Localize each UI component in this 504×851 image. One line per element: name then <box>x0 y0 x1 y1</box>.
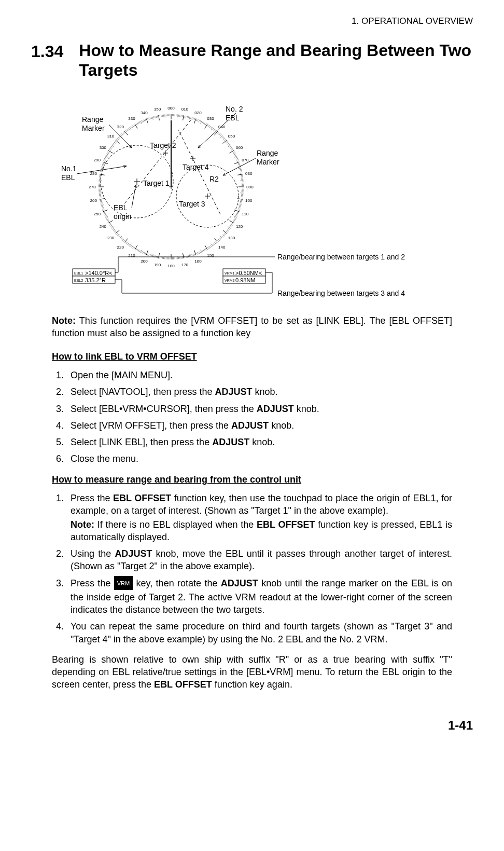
svg-line-142 <box>215 242 216 244</box>
svg-line-312 <box>117 138 119 140</box>
step-item: Press the EBL OFFSET function key, then … <box>66 492 452 543</box>
svg-line-318 <box>122 133 124 134</box>
svg-line-293 <box>104 158 106 159</box>
svg-line-113 <box>236 214 238 215</box>
step-item: Select [LINK EBL], then press the ADJUST… <box>66 436 452 448</box>
svg-text:120: 120 <box>236 224 243 229</box>
svg-line-115 <box>234 216 236 217</box>
svg-line-326 <box>131 127 132 128</box>
svg-text:330: 330 <box>128 116 135 121</box>
svg-line-342 <box>149 118 149 120</box>
svg-text:Target 2: Target 2 <box>150 141 176 149</box>
svg-line-292 <box>104 159 106 160</box>
svg-text:>140.0°R<: >140.0°R< <box>85 269 113 276</box>
svg-text:EBL1: EBL1 <box>74 271 83 275</box>
svg-line-232 <box>114 230 116 231</box>
closing-post: function key again. <box>212 679 292 690</box>
svg-line-291 <box>103 161 105 161</box>
svg-line-150 <box>205 245 207 250</box>
svg-line-129 <box>226 231 228 232</box>
svg-line-146 <box>211 245 212 246</box>
svg-line-64 <box>234 155 236 156</box>
svg-line-134 <box>222 236 223 237</box>
svg-text:070: 070 <box>242 158 249 162</box>
svg-line-193 <box>155 255 156 257</box>
svg-text:220: 220 <box>117 245 124 250</box>
svg-text:Range: Range <box>82 115 103 123</box>
svg-line-203 <box>143 252 144 254</box>
svg-line-14 <box>188 116 189 118</box>
svg-line-30 <box>205 123 207 128</box>
svg-line-24 <box>200 120 201 122</box>
svg-line-221 <box>123 240 125 241</box>
svg-line-60 <box>230 150 234 153</box>
svg-line-105 <box>238 204 241 205</box>
svg-text:EBL: EBL <box>61 173 75 182</box>
svg-line-228 <box>117 234 119 236</box>
svg-line-323 <box>128 129 129 130</box>
svg-text:EBL2: EBL2 <box>74 279 83 282</box>
svg-line-224 <box>121 238 122 239</box>
svg-text:060: 060 <box>236 145 243 150</box>
svg-line-305 <box>111 145 114 146</box>
svg-line-245 <box>105 216 108 217</box>
svg-line-239 <box>109 223 110 224</box>
svg-line-148 <box>208 246 209 248</box>
svg-text:No.1: No.1 <box>61 164 77 173</box>
svg-line-201 <box>145 253 146 255</box>
svg-line-302 <box>109 148 111 149</box>
svg-line-309 <box>115 141 116 143</box>
svg-line-50 <box>223 140 227 143</box>
svg-line-71 <box>238 163 240 163</box>
svg-text:VRM1: VRM1 <box>225 271 235 275</box>
svg-text:0.98NM: 0.98NM <box>235 277 256 283</box>
svg-line-62 <box>233 153 235 154</box>
svg-line-153 <box>203 250 204 252</box>
svg-line-161 <box>194 253 194 255</box>
svg-line-249 <box>103 212 105 212</box>
svg-line-128 <box>227 230 228 231</box>
svg-line-42 <box>218 133 220 134</box>
svg-line-165 <box>189 254 190 257</box>
svg-line-136 <box>220 238 221 239</box>
svg-line-49 <box>225 139 226 141</box>
svg-line-23 <box>199 120 200 122</box>
subhead-measure: How to measure range and bearing from th… <box>52 473 473 486</box>
svg-text:335.2°R: 335.2°R <box>85 277 106 283</box>
svg-line-265 <box>99 193 102 193</box>
svg-text:160: 160 <box>194 259 202 264</box>
svg-line-126 <box>228 228 230 229</box>
svg-text:300: 300 <box>100 145 107 150</box>
svg-text:>0.50NM<: >0.50NM< <box>235 269 262 276</box>
svg-line-119 <box>233 221 234 222</box>
svg-line-254 <box>101 206 103 207</box>
svg-line-151 <box>205 249 206 250</box>
svg-line-438 <box>132 185 136 208</box>
svg-line-185 <box>165 256 165 259</box>
svg-line-225 <box>120 236 122 238</box>
svg-line-21 <box>197 119 197 121</box>
svg-line-347 <box>155 116 156 118</box>
svg-line-317 <box>122 133 123 135</box>
svg-line-251 <box>103 210 105 210</box>
svg-line-303 <box>110 147 112 148</box>
svg-text:Target 4: Target 4 <box>183 163 209 171</box>
svg-text:230: 230 <box>107 235 115 240</box>
svg-line-213 <box>132 246 133 248</box>
svg-line-241 <box>108 221 109 222</box>
svg-line-327 <box>132 126 133 127</box>
svg-line-348 <box>156 116 157 118</box>
svg-line-214 <box>131 245 132 246</box>
svg-line-234 <box>113 228 114 229</box>
svg-line-145 <box>211 243 213 246</box>
page-number: 1-41 <box>31 717 473 734</box>
svg-line-329 <box>134 125 135 126</box>
svg-line-63 <box>234 154 236 155</box>
svg-text:310: 310 <box>107 134 115 139</box>
svg-line-36 <box>213 128 214 129</box>
svg-line-344 <box>151 117 151 119</box>
svg-line-237 <box>110 225 112 226</box>
svg-line-133 <box>222 235 224 236</box>
svg-line-135 <box>220 236 222 238</box>
svg-line-307 <box>113 143 115 144</box>
